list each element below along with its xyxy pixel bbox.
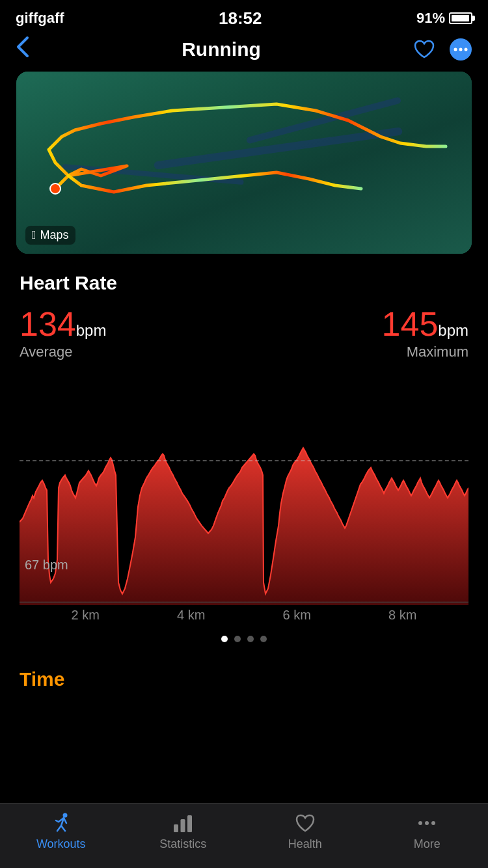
x-label-4km: 4 km	[177, 608, 205, 623]
heart-rate-title: Heart Rate	[20, 272, 468, 294]
back-button[interactable]	[16, 35, 30, 64]
svg-point-7	[62, 813, 67, 818]
apple-logo-icon: 	[32, 228, 36, 242]
status-bar: giffgaff 18:52 91%	[0, 0, 488, 33]
pagination-dots	[0, 636, 488, 642]
average-hr-label: Average	[20, 344, 73, 360]
svg-point-13	[431, 821, 435, 825]
svg-rect-9	[181, 819, 185, 832]
tab-workouts[interactable]: Workouts	[0, 811, 122, 851]
heart-rate-stats: 134bpm Average 145bpm Maximum	[20, 307, 468, 360]
dot-1[interactable]	[221, 636, 228, 642]
chart-min-bpm: 67 bpm	[25, 558, 68, 573]
svg-point-11	[418, 821, 422, 825]
favorite-icon[interactable]	[413, 38, 436, 61]
clock: 18:52	[219, 8, 262, 29]
x-label-8km: 8 km	[388, 608, 416, 623]
average-hr-value: 134	[20, 305, 76, 343]
average-hr: 134bpm Average	[20, 307, 106, 360]
tab-more[interactable]: More	[366, 811, 489, 851]
heart-rate-chart: 67 bpm	[20, 371, 468, 605]
svg-point-12	[425, 821, 429, 825]
workouts-tab-label: Workouts	[36, 837, 86, 851]
heart-rate-section: Heart Rate 134bpm Average 145bpm Maximum	[0, 254, 488, 623]
svg-point-2	[459, 48, 462, 51]
chart-svg	[20, 371, 468, 605]
tab-statistics[interactable]: Statistics	[122, 811, 245, 851]
tab-bar: Workouts Statistics Health	[0, 803, 488, 868]
dot-2[interactable]	[234, 636, 241, 642]
max-hr-value: 145	[382, 305, 439, 343]
svg-point-3	[464, 48, 467, 51]
apple-maps-badge:  Maps	[25, 226, 75, 245]
dot-3[interactable]	[247, 636, 254, 642]
svg-point-4	[50, 183, 61, 194]
nav-bar: Running	[0, 33, 488, 72]
chart-x-labels: 2 km 4 km 6 km 8 km	[20, 608, 468, 623]
statistics-icon	[171, 811, 195, 835]
average-line	[20, 460, 468, 461]
x-label-2km: 2 km	[72, 608, 100, 623]
health-tab-label: Health	[288, 837, 322, 851]
more-icon	[415, 811, 439, 835]
page-title: Running	[182, 38, 261, 61]
svg-rect-10	[187, 815, 192, 832]
dot-4[interactable]	[260, 636, 267, 642]
carrier-signal: giffgaff	[16, 10, 64, 27]
svg-point-1	[454, 48, 457, 51]
more-tab-label: More	[414, 837, 441, 851]
workouts-icon	[49, 811, 73, 835]
average-hr-unit: bpm	[76, 321, 107, 339]
more-options-icon[interactable]	[449, 38, 472, 61]
route-map:  Maps	[16, 72, 472, 254]
time-section: Time	[0, 662, 488, 690]
max-hr-label: Maximum	[407, 344, 468, 360]
battery-icon	[449, 12, 472, 24]
x-label-6km: 6 km	[283, 608, 311, 623]
health-icon	[293, 811, 317, 835]
max-hr: 145bpm Maximum	[382, 307, 468, 360]
time-title: Time	[20, 668, 468, 690]
maps-label: Maps	[40, 228, 69, 242]
max-hr-unit: bpm	[438, 321, 468, 339]
battery-status: 91%	[416, 10, 472, 27]
tab-health[interactable]: Health	[244, 811, 366, 851]
svg-rect-8	[174, 824, 178, 832]
statistics-tab-label: Statistics	[159, 837, 206, 851]
